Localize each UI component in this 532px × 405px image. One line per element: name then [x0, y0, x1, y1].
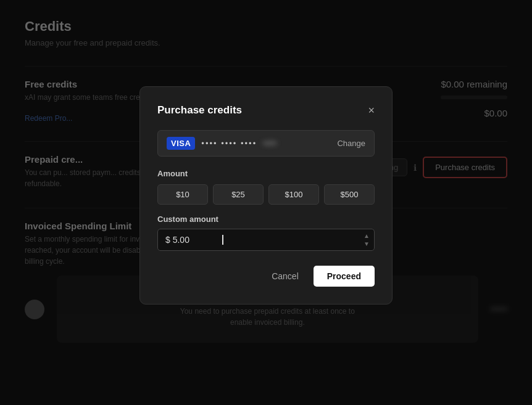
amount-btn-10[interactable]: $10	[157, 184, 208, 205]
amount-btn-100[interactable]: $100	[268, 184, 319, 205]
modal-title: Purchase credits	[157, 104, 242, 117]
cancel-button[interactable]: Cancel	[264, 266, 306, 286]
spinner-up-icon[interactable]: ▲	[364, 232, 370, 239]
custom-amount-label: Custom amount	[157, 215, 375, 224]
custom-amount-input[interactable]	[157, 229, 375, 251]
amount-buttons-group: $10 $25 $100 $500	[157, 184, 375, 205]
visa-badge: VISA	[167, 137, 195, 150]
modal-overlay: Purchase credits × VISA •••• •••• •••• •…	[0, 0, 532, 405]
purchase-credits-modal: Purchase credits × VISA •••• •••• •••• •…	[139, 86, 393, 305]
text-cursor	[222, 235, 223, 245]
custom-amount-input-wrapper: ▲ ▼	[157, 229, 375, 251]
modal-header: Purchase credits ×	[157, 104, 375, 117]
payment-method-row: VISA •••• •••• •••• ••/•• Change	[157, 130, 375, 157]
spinner-down-icon[interactable]: ▼	[364, 240, 370, 247]
modal-close-button[interactable]: ×	[368, 105, 375, 116]
proceed-button[interactable]: Proceed	[314, 266, 375, 287]
modal-actions: Cancel Proceed	[157, 266, 375, 287]
change-payment-link[interactable]: Change	[337, 139, 365, 148]
input-spinner[interactable]: ▲ ▼	[364, 232, 370, 247]
amount-btn-25[interactable]: $25	[213, 184, 264, 205]
amount-btn-500[interactable]: $500	[324, 184, 375, 205]
payment-method-left: VISA •••• •••• •••• ••/••	[167, 137, 276, 150]
card-number-masked: •••• •••• ••••	[201, 139, 257, 148]
card-expiry-blurred: ••/••	[263, 139, 276, 148]
amount-label: Amount	[157, 169, 375, 178]
